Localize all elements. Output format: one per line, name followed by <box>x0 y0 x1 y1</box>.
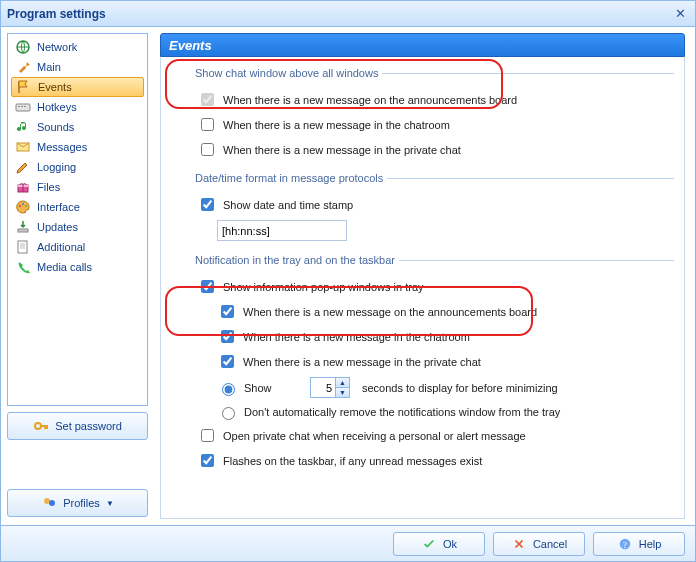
sidebar-item-updates[interactable]: Updates <box>11 217 144 237</box>
sidebar-item-label: Updates <box>37 221 78 233</box>
key-icon <box>33 418 49 434</box>
seconds-suffix: seconds to display for before minimizing <box>362 382 558 394</box>
sidebar-item-network[interactable]: Network <box>11 37 144 57</box>
sidebar-item-hotkeys[interactable]: Hotkeys <box>11 97 144 117</box>
svg-rect-1 <box>16 104 30 111</box>
sidebar-item-label: Interface <box>37 201 80 213</box>
dialog-body: Network Main Events Hotkeys Sounds <box>1 27 695 525</box>
sidebar-item-label: Events <box>38 81 72 93</box>
titlebar: Program settings ✕ <box>1 1 695 27</box>
sidebar-item-label: Additional <box>37 241 85 253</box>
svg-point-13 <box>35 423 41 429</box>
check-icon <box>421 536 437 552</box>
nav-list: Network Main Events Hotkeys Sounds <box>7 33 148 406</box>
chk-ann-board-top[interactable] <box>201 93 214 106</box>
sidebar-item-label: Files <box>37 181 60 193</box>
set-password-label: Set password <box>55 420 122 432</box>
svg-point-15 <box>49 500 55 506</box>
sidebar-item-sounds[interactable]: Sounds <box>11 117 144 137</box>
palette-icon <box>15 199 31 215</box>
sidebar-item-label: Messages <box>37 141 87 153</box>
settings-dialog: Program settings ✕ Network Main Events <box>0 0 696 562</box>
flag-icon <box>16 79 32 95</box>
chk-popup-tray[interactable] <box>201 280 214 293</box>
help-icon: ? <box>617 536 633 552</box>
group-legend: Notification in the tray and on the task… <box>191 254 399 266</box>
chk-tray-private[interactable] <box>221 355 234 368</box>
radio-show-seconds[interactable] <box>222 383 235 396</box>
main-pane: Events Show chat window above all window… <box>154 27 695 525</box>
music-icon <box>15 119 31 135</box>
svg-rect-2 <box>18 106 20 107</box>
chevron-down-icon: ▼ <box>106 499 114 508</box>
sidebar: Network Main Events Hotkeys Sounds <box>1 27 154 525</box>
svg-point-10 <box>25 205 27 207</box>
svg-point-9 <box>22 203 24 205</box>
sidebar-item-files[interactable]: Files <box>11 177 144 197</box>
chk-label: When there is a new message on the annou… <box>243 306 537 318</box>
group-datetime-format: Date/time format in message protocols Sh… <box>191 172 674 244</box>
group-show-chat-window: Show chat window above all windows When … <box>191 67 674 162</box>
set-password-button[interactable]: Set password <box>7 412 148 440</box>
chk-tray-ann-board[interactable] <box>221 305 234 318</box>
sidebar-item-label: Hotkeys <box>37 101 77 113</box>
chk-private-top[interactable] <box>201 143 214 156</box>
chk-open-private[interactable] <box>201 429 214 442</box>
chk-label: When there is a new message in the priva… <box>243 356 481 368</box>
page-icon <box>15 239 31 255</box>
profiles-label: Profiles <box>63 497 100 509</box>
profiles-button[interactable]: Profiles ▼ <box>7 489 148 517</box>
seconds-field[interactable] <box>311 378 335 397</box>
chk-label: When there is a new message on the annou… <box>223 94 517 106</box>
sidebar-item-media-calls[interactable]: Media calls <box>11 257 144 277</box>
chk-label: Show date and time stamp <box>223 199 353 211</box>
svg-point-8 <box>19 205 21 207</box>
pencil-icon <box>15 159 31 175</box>
chk-show-stamp[interactable] <box>201 198 214 211</box>
ok-button[interactable]: Ok <box>393 532 485 556</box>
chk-flashes-taskbar[interactable] <box>201 454 214 467</box>
sidebar-item-additional[interactable]: Additional <box>11 237 144 257</box>
sidebar-item-logging[interactable]: Logging <box>11 157 144 177</box>
sidebar-item-label: Media calls <box>37 261 92 273</box>
cancel-button[interactable]: Cancel <box>493 532 585 556</box>
radio-dont-remove[interactable] <box>222 407 235 420</box>
spin-up-icon[interactable]: ▲ <box>335 378 349 388</box>
wrench-icon <box>15 59 31 75</box>
sidebar-item-interface[interactable]: Interface <box>11 197 144 217</box>
chk-label: When there is a new message in the priva… <box>223 144 461 156</box>
group-tray-notification: Notification in the tray and on the task… <box>191 254 674 473</box>
globe-icon <box>15 39 31 55</box>
spin-down-icon[interactable]: ▼ <box>335 388 349 397</box>
group-legend: Show chat window above all windows <box>191 67 382 79</box>
window-title: Program settings <box>7 7 106 21</box>
gift-icon <box>15 179 31 195</box>
chk-chatroom-top[interactable] <box>201 118 214 131</box>
radio-label: Show <box>244 382 304 394</box>
close-icon[interactable]: ✕ <box>671 5 689 23</box>
group-legend: Date/time format in message protocols <box>191 172 387 184</box>
sidebar-item-events[interactable]: Events <box>11 77 144 97</box>
profiles-icon <box>41 495 57 511</box>
cancel-label: Cancel <box>533 538 567 550</box>
phone-icon <box>15 259 31 275</box>
updates-icon <box>15 219 31 235</box>
sidebar-item-label: Main <box>37 61 61 73</box>
cancel-icon <box>511 536 527 552</box>
chk-label: Flashes on the taskbar, if any unread me… <box>223 455 482 467</box>
seconds-stepper[interactable]: ▲ ▼ <box>310 377 350 398</box>
envelope-icon <box>15 139 31 155</box>
svg-text:?: ? <box>623 539 627 549</box>
svg-rect-3 <box>21 106 23 107</box>
sidebar-item-messages[interactable]: Messages <box>11 137 144 157</box>
chk-label: When there is a new message in the chatr… <box>223 119 450 131</box>
chk-label: When there is a new message in the chatr… <box>243 331 470 343</box>
sidebar-item-label: Logging <box>37 161 76 173</box>
help-button[interactable]: ? Help <box>593 532 685 556</box>
datetime-format-field[interactable] <box>217 220 347 241</box>
sidebar-item-label: Network <box>37 41 77 53</box>
sidebar-item-label: Sounds <box>37 121 74 133</box>
sidebar-item-main[interactable]: Main <box>11 57 144 77</box>
pane-body: Show chat window above all windows When … <box>160 57 685 519</box>
chk-tray-chatroom[interactable] <box>221 330 234 343</box>
